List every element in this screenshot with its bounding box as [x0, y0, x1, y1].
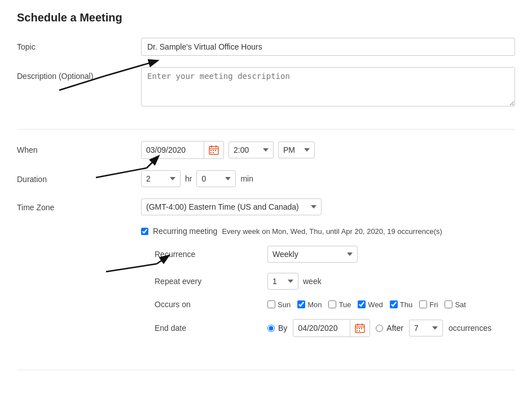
- svg-rect-6: [215, 150, 216, 151]
- day-sat[interactable]: Sat: [445, 300, 466, 309]
- recurring-spacer: [17, 227, 141, 231]
- page-title: Schedule a Meeting: [17, 11, 515, 24]
- day-thu[interactable]: Thu: [390, 300, 412, 309]
- svg-rect-13: [357, 328, 358, 329]
- day-wed-checkbox[interactable]: [358, 300, 366, 308]
- svg-rect-2: [216, 145, 217, 148]
- svg-rect-15: [361, 328, 362, 329]
- svg-rect-14: [359, 328, 360, 329]
- svg-rect-1: [211, 145, 212, 148]
- svg-rect-7: [210, 152, 212, 153]
- days-checkboxes: Sun Mon Tue: [267, 300, 466, 309]
- topic-label: Topic: [17, 38, 141, 51]
- by-radio-group[interactable]: By: [267, 324, 287, 333]
- day-wed-label: Wed: [368, 300, 383, 309]
- by-label: By: [278, 324, 287, 333]
- duration-label: Duration: [17, 170, 141, 184]
- day-sun-label: Sun: [278, 300, 291, 309]
- svg-rect-4: [210, 150, 212, 151]
- end-date-calendar-button[interactable]: [350, 320, 370, 337]
- week-label: week: [303, 277, 322, 286]
- day-thu-checkbox[interactable]: [390, 300, 398, 308]
- after-radio[interactable]: [376, 325, 383, 332]
- day-mon-label: Mon: [307, 300, 322, 309]
- recurring-description: Every week on Mon, Wed, Thu, until Apr 2…: [222, 227, 442, 236]
- end-date-row: By: [267, 319, 491, 337]
- day-sun[interactable]: Sun: [267, 300, 291, 309]
- day-mon-checkbox[interactable]: [297, 300, 305, 308]
- date-input[interactable]: [142, 141, 204, 158]
- duration-minutes-select[interactable]: 0 15 30 45: [196, 170, 236, 187]
- min-label: min: [240, 174, 253, 183]
- recurrence-type-select[interactable]: Daily Weekly Monthly: [267, 246, 358, 263]
- hr-label: hr: [185, 174, 192, 183]
- day-fri-label: Fri: [429, 300, 438, 309]
- occurs-on-label: Occurs on: [155, 300, 267, 309]
- end-date-input[interactable]: [293, 320, 350, 336]
- day-thu-label: Thu: [400, 300, 412, 309]
- day-mon[interactable]: Mon: [297, 300, 322, 309]
- day-sat-label: Sat: [455, 300, 466, 309]
- svg-rect-11: [362, 324, 363, 326]
- day-tue[interactable]: Tue: [328, 300, 351, 309]
- occurrences-select[interactable]: 1 2 3 4 5 6 7 8: [409, 320, 443, 337]
- recurrence-label: Recurrence: [155, 250, 267, 259]
- after-radio-group[interactable]: After: [376, 324, 403, 333]
- timezone-select[interactable]: (GMT-4:00) Eastern Time (US and Canada) …: [141, 198, 322, 215]
- ampm-select[interactable]: AM PM: [278, 141, 315, 158]
- calendar-icon-button[interactable]: [204, 141, 223, 158]
- day-wed[interactable]: Wed: [358, 300, 383, 309]
- timezone-label: Time Zone: [17, 198, 141, 212]
- recurring-label[interactable]: Recurring meeting: [153, 227, 217, 236]
- end-date-picker-wrap: [293, 319, 370, 337]
- day-tue-checkbox[interactable]: [328, 300, 336, 308]
- day-fri[interactable]: Fri: [419, 300, 438, 309]
- svg-rect-17: [359, 330, 360, 331]
- day-tue-label: Tue: [338, 300, 351, 309]
- description-textarea[interactable]: [141, 67, 515, 107]
- day-sat-checkbox[interactable]: [445, 300, 452, 308]
- repeat-every-label: Repeat every: [155, 277, 267, 286]
- svg-rect-8: [213, 152, 214, 153]
- description-label: Description (Optional): [17, 67, 141, 81]
- svg-rect-16: [357, 330, 358, 331]
- day-fri-checkbox[interactable]: [419, 300, 427, 308]
- by-radio[interactable]: [267, 325, 275, 332]
- topic-input[interactable]: [141, 38, 515, 56]
- duration-hours-select[interactable]: 0 1 2 3 4: [141, 170, 181, 187]
- end-date-label: End date: [155, 324, 267, 333]
- after-label: After: [386, 324, 403, 333]
- date-picker-wrap: [141, 141, 224, 159]
- day-sun-checkbox[interactable]: [267, 300, 275, 308]
- svg-rect-5: [213, 150, 214, 151]
- recurring-checkbox[interactable]: [141, 228, 148, 235]
- repeat-every-select[interactable]: 1 2 3: [267, 273, 298, 290]
- occurrences-label: occurrences: [449, 324, 491, 333]
- when-label: When: [17, 141, 141, 154]
- svg-rect-10: [357, 324, 358, 326]
- time-select[interactable]: 2:00 2:30 3:00: [228, 141, 274, 158]
